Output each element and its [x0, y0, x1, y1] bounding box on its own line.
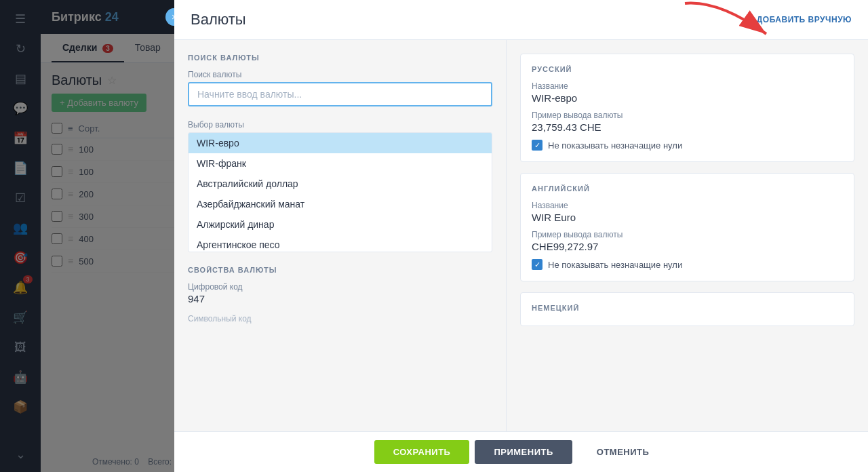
properties-section: СВОЙСТВА ВАЛЮТЫ Цифровой код 947 Символь…: [188, 266, 492, 323]
russian-name-label: Название: [532, 81, 843, 91]
properties-section-label: СВОЙСТВА ВАЛЮТЫ: [188, 266, 492, 274]
english-name-label: Название: [532, 201, 843, 210]
currency-item-wir-frank[interactable]: WIR-франк: [189, 153, 492, 174]
dialog-header: Валюты ДОБАВИТЬ ВРУЧНУЮ: [174, 0, 868, 40]
russian-example-label: Пример вывода валюты: [532, 111, 843, 120]
english-no-zeros-checkbox[interactable]: [532, 259, 542, 270]
lang-header-german: НЕМЕЦКИЙ: [532, 304, 843, 312]
currency-item-ars[interactable]: Аргентинское песо: [189, 235, 492, 252]
digital-code-value: 947: [188, 293, 492, 304]
search-field-label: Поиск валюты: [188, 70, 492, 79]
symbolic-code-field: Символьный код: [188, 314, 492, 323]
save-button[interactable]: СОХРАНИТЬ: [374, 440, 470, 464]
dialog-title: Валюты: [191, 11, 246, 28]
search-section-label: ПОИСК ВАЛЮТЫ: [188, 54, 492, 62]
currency-dropdown-section: Выбор валюты WIR-евро WIR-франк Австрали…: [188, 120, 492, 252]
apply-button[interactable]: ПРИМЕНИТЬ: [475, 440, 572, 464]
left-panel: ПОИСК ВАЛЮТЫ Поиск валюты Выбор валюты W…: [174, 40, 507, 431]
lang-section-russian: РУССКИЙ Название WIR-евро Пример вывода …: [520, 54, 854, 162]
add-manually-button[interactable]: ДОБАВИТЬ ВРУЧНУЮ: [757, 15, 852, 24]
currency-item-aud[interactable]: Австралийский доллар: [189, 174, 492, 194]
cancel-button[interactable]: ОТМЕНИТЬ: [578, 440, 669, 464]
russian-checkbox-label: Не показывать незначащие нули: [548, 140, 682, 151]
english-example-label: Пример вывода валюты: [532, 230, 843, 239]
russian-checkbox-row: Не показывать незначащие нули: [532, 140, 843, 151]
currency-item-wir-euro[interactable]: WIR-евро: [189, 133, 492, 153]
russian-name-value: WIR-евро: [532, 92, 843, 104]
currency-item-azn[interactable]: Азербайджанский манат: [189, 194, 492, 214]
search-section: ПОИСК ВАЛЮТЫ Поиск валюты: [188, 54, 492, 106]
currency-list[interactable]: WIR-евро WIR-франк Австралийский доллар …: [189, 133, 492, 252]
dialog-body: ПОИСК ВАЛЮТЫ Поиск валюты Выбор валюты W…: [174, 40, 868, 431]
dropdown-label: Выбор валюты: [188, 120, 492, 130]
right-panel: РУССКИЙ Название WIR-евро Пример вывода …: [507, 40, 868, 431]
dialog: × Валюты ДОБАВИТЬ ВРУЧНУЮ ПОИСК ВАЛЮТЫ П…: [174, 0, 868, 472]
lang-section-german: НЕМЕЦКИЙ: [520, 292, 854, 326]
dialog-footer: СОХРАНИТЬ ПРИМЕНИТЬ ОТМЕНИТЬ: [174, 431, 868, 472]
digital-code-label: Цифровой код: [188, 282, 492, 292]
currency-list-container: WIR-евро WIR-франк Австралийский доллар …: [188, 132, 492, 252]
english-checkbox-row: Не показывать незначащие нули: [532, 259, 843, 270]
lang-header-english: АНГЛИЙСКИЙ: [532, 184, 843, 193]
english-example-value: CHE99,272.97: [532, 241, 843, 252]
english-checkbox-label: Не показывать незначащие нули: [548, 260, 682, 270]
search-input[interactable]: [188, 82, 492, 106]
lang-header-russian: РУССКИЙ: [532, 65, 843, 73]
currency-item-dzd[interactable]: Алжирский динар: [189, 214, 492, 235]
symbolic-code-label: Символьный код: [188, 314, 492, 323]
digital-code-field: Цифровой код 947: [188, 282, 492, 304]
lang-section-english: АНГЛИЙСКИЙ Название WIR Euro Пример выво…: [520, 173, 854, 281]
english-name-value: WIR Euro: [532, 212, 843, 223]
russian-example-value: 23,759.43 CHE: [532, 121, 843, 133]
russian-no-zeros-checkbox[interactable]: [532, 140, 542, 151]
